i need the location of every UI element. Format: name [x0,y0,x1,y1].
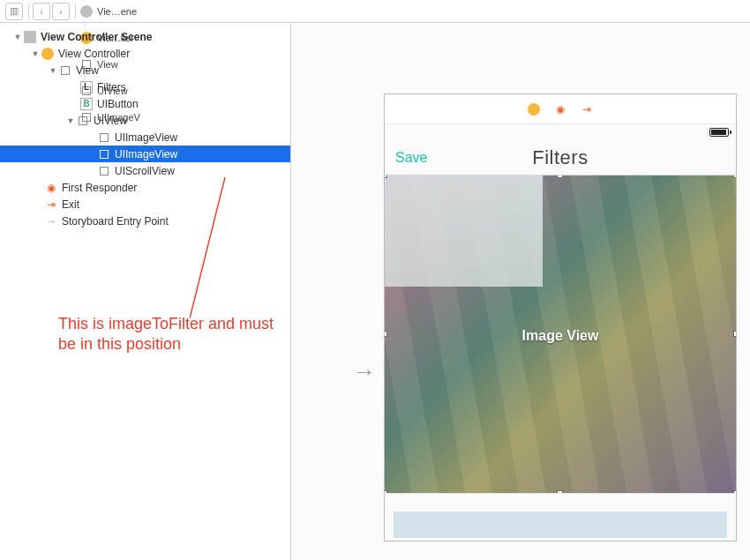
view-icon [97,131,111,145]
outline-label: UIButton [97,98,139,110]
outline-label: First Responder [62,182,137,194]
scene-icon [79,4,94,19]
scroll-content-placeholder [394,511,727,538]
exit-icon[interactable]: ⇥ [580,102,594,116]
back-button[interactable]: ‹ [33,3,50,20]
outline-row[interactable]: →Storyboard Entry Point [0,213,290,229]
breadcrumb-label: Vie…ene [97,6,137,17]
battery-icon [709,128,729,137]
resize-handle[interactable] [385,331,387,337]
uiscrollview-area[interactable] [385,493,736,541]
forward-button[interactable]: › [52,3,70,20]
button-icon: B [79,97,94,111]
jump-bar: ▥ ‹ › Filters〉Filters〉Mai…ard〉Mai…se)〉Vi… [0,0,750,23]
separator [75,4,76,19]
disclosure-triangle-icon[interactable]: ▼ [30,49,41,58]
chevron-right-icon: 〉 [82,0,91,3]
interface-builder-canvas[interactable]: → ◉ ⇥ Save Filters Image View [291,23,750,560]
outline-row[interactable]: UIScrollView [0,162,290,179]
entry-point-icon: → [44,214,58,228]
selection-border [385,175,736,493]
outline-label: Filters [97,81,126,93]
outline-label: View Controller Scene [41,31,153,43]
scene-toolbar: ◉ ⇥ [385,94,736,124]
disclosure-triangle-icon[interactable]: ▼ [65,116,76,125]
navigation-bar[interactable]: Save Filters [385,140,736,175]
outline-label: UIImageView [115,131,177,144]
outline-label: UIView [94,115,127,127]
uiimageview-selected[interactable]: Image View [385,175,736,493]
outline-label: Exit [62,198,79,211]
related-items-button[interactable]: ▥ [5,3,23,20]
status-bar [385,124,736,140]
outline-row[interactable]: ▼View [0,62,290,78]
scene-icon [23,30,37,44]
document-outline: ▼View Controller Scene▼View Controller▼V… [0,23,291,560]
outline-row[interactable]: UIImageView [0,146,290,162]
outline-row[interactable]: ▼View Controller [0,45,290,62]
outline-label: UIScrollView [115,165,175,177]
view-controller-frame[interactable]: ◉ ⇥ Save Filters Image View [384,93,737,541]
resize-handle[interactable] [733,331,736,337]
vc-icon[interactable] [527,102,541,116]
exit-icon: ⇥ [44,198,58,212]
breadcrumb-item[interactable]: Vie…ene [79,4,140,19]
view-icon [97,147,111,161]
outline-label: View [76,64,99,77]
resize-handle[interactable] [557,490,563,493]
separator [28,4,29,19]
outline-row[interactable]: UIImageView [0,129,290,146]
view-controller-icon [41,47,55,61]
disclosure-triangle-icon[interactable]: ▼ [48,66,58,75]
first-responder-icon: ◉ [44,181,58,195]
outline-row[interactable]: ⇥Exit [0,196,290,213]
first-responder-icon[interactable]: ◉ [553,102,567,116]
view-icon [76,114,90,128]
disclosure-triangle-icon[interactable]: ▼ [12,33,23,41]
resize-handle[interactable] [733,490,736,493]
resize-handle[interactable] [733,175,736,178]
annotation-text: This is imageToFilter and must be in thi… [58,314,279,355]
storyboard-entry-arrow-icon: → [353,358,376,385]
view-icon [58,63,72,78]
view-icon [97,164,111,178]
outline-label: View Controller [58,48,130,60]
outline-row[interactable]: ▼UIView [0,112,290,129]
outline-row[interactable]: ▼View Controller Scene [0,28,290,45]
resize-handle[interactable] [385,490,387,493]
resize-handle[interactable] [557,175,563,178]
outline-label: Storyboard Entry Point [62,215,169,228]
outline-row[interactable]: LFilters [0,78,290,95]
outline-label: UIImageView [115,148,177,161]
label-icon: L [79,80,94,94]
resize-handle[interactable] [385,175,387,178]
nav-title: Filters [385,146,736,169]
outline-row[interactable]: BUIButton [0,95,290,112]
outline-row[interactable]: ◉First Responder [0,179,290,196]
